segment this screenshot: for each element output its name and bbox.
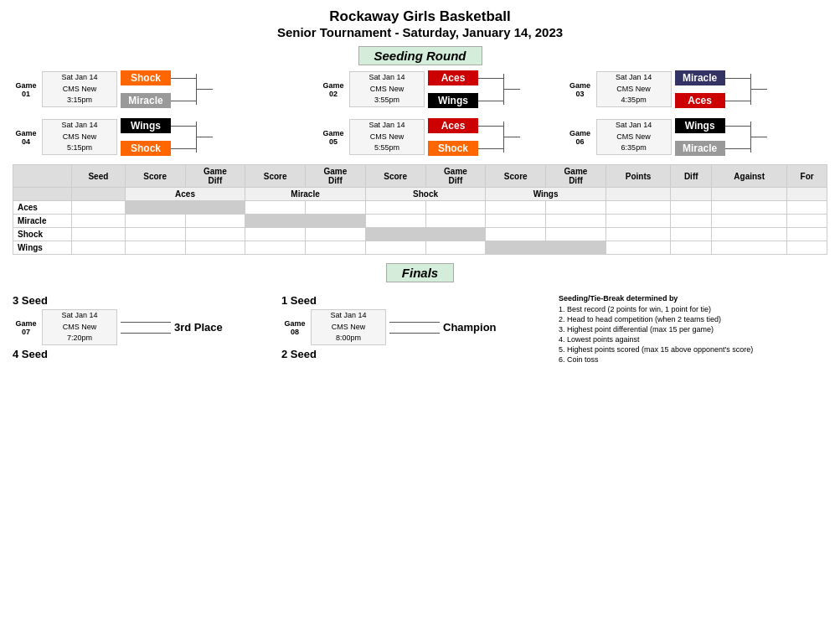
tiebreak-rule-4: 4. Lowest points against — [559, 335, 827, 344]
aces-for — [787, 201, 827, 215]
wings-against — [712, 241, 787, 255]
game-01-time: 3:15pm — [43, 95, 116, 106]
game-03-line1 — [725, 78, 750, 79]
shock-for — [787, 228, 827, 241]
shock-vs-miracle-score — [245, 228, 306, 241]
game-05-team1-badge: Aces — [428, 118, 478, 133]
wings-seed — [72, 241, 126, 255]
game08-result-label: Champion — [443, 321, 497, 334]
miracle-vs-aces-diff — [185, 215, 245, 228]
game-05-line1 — [478, 126, 503, 127]
matchup-miracle-header: Miracle — [245, 188, 366, 201]
game-label-word-02: Game — [322, 81, 343, 90]
game-01-label: Game 01 — [13, 81, 39, 98]
game07-bottom-seed: 4 Seed — [13, 348, 281, 360]
bracket-group-right: Game 03 Sat Jan 14 CMS New 4:35pm Miracl… — [567, 70, 827, 158]
game-label-word-06: Game — [569, 129, 590, 137]
wings-vs-wings-diff — [546, 241, 606, 255]
shock-seed — [72, 228, 126, 241]
game-07-date: Sat Jan 14 — [43, 310, 116, 322]
title-line2: Senior Tournament - Saturday, January 14… — [13, 25, 827, 39]
wings-vs-shock-diff — [425, 241, 486, 255]
shock-points — [606, 228, 670, 241]
wings-vs-miracle-diff — [306, 241, 366, 255]
matchup-aces-header: Aces — [125, 188, 245, 201]
game08-bottom-seed: 2 Seed — [281, 348, 550, 360]
game08-top-seed: 1 Seed — [281, 294, 550, 307]
header-gamediff3: GameDiff — [425, 165, 486, 188]
finals-game08-section: 1 Seed Game 08 Sat Jan 14 CMS New 8:00pm — [281, 294, 550, 365]
aces-points — [606, 201, 670, 215]
game-01-line2 — [171, 101, 196, 101]
game-06-team1-badge: Wings — [675, 118, 725, 133]
game-07-venue: CMS New — [43, 322, 116, 334]
matchup-header-row: Aces Miracle Shock Wings — [13, 188, 827, 201]
finals-area: Finals 3 Seed Game 07 Sat Jan 14 CMS New… — [13, 263, 827, 365]
game-05-venue: CMS New — [350, 132, 424, 143]
game-05-num: 05 — [329, 137, 338, 146]
game-02-team1-badge: Aces — [428, 70, 478, 85]
header-for: For — [787, 165, 827, 188]
matchup-blank1 — [13, 188, 72, 201]
header-team — [13, 165, 72, 188]
seeding-label-wrap: Seeding Round — [13, 46, 827, 70]
game-04-info: Sat Jan 14 CMS New 5:15pm — [42, 119, 117, 155]
game-06-line2 — [725, 148, 750, 149]
game-05-label: Game 05 — [320, 129, 347, 146]
game-01-info: Sat Jan 14 CMS New 3:15pm — [42, 71, 117, 107]
shock-vs-wings-score — [486, 228, 546, 241]
miracle-vs-miracle-diff — [306, 215, 366, 228]
game-label-word-08: Game — [284, 319, 305, 328]
game-02-team2-badge: Wings — [428, 93, 478, 108]
matchup-blank3 — [606, 188, 670, 201]
header-diff: Diff — [671, 165, 712, 188]
game-06-info: Sat Jan 14 CMS New 6:35pm — [596, 119, 672, 155]
miracle-vs-shock-diff — [425, 215, 486, 228]
miracle-vs-wings-diff — [546, 215, 606, 228]
miracle-vs-aces-score — [125, 215, 185, 228]
game-05-info: Sat Jan 14 CMS New 5:55pm — [349, 119, 425, 155]
game-02-line2 — [478, 101, 503, 101]
aces-diff — [671, 201, 712, 215]
miracle-points — [606, 215, 670, 228]
page: Rockaway Girls Basketball Senior Tournam… — [0, 0, 840, 374]
game-03-info: Sat Jan 14 CMS New 4:35pm — [596, 71, 672, 107]
game-07-num: 07 — [22, 328, 30, 336]
wings-vs-miracle-score — [245, 241, 306, 255]
row-shock: Shock — [13, 228, 827, 241]
header-score2: Score — [245, 165, 306, 188]
game-03-num: 03 — [576, 90, 585, 98]
game-08-num: 08 — [291, 328, 299, 336]
game-04-venue: CMS New — [43, 132, 116, 143]
game07-result-label: 3rd Place — [174, 321, 223, 334]
game-07-label: Game 07 — [13, 319, 39, 336]
game-05-team2-badge: Shock — [428, 141, 478, 156]
game-06-date: Sat Jan 14 — [597, 120, 671, 132]
aces-vs-wings-diff — [546, 201, 606, 215]
game-08-time: 8:00pm — [312, 333, 385, 344]
wings-points — [606, 241, 670, 255]
game-05-time: 5:55pm — [350, 142, 424, 154]
aces-seed — [72, 201, 126, 215]
game-01-line1 — [171, 78, 196, 79]
game-04-line2 — [171, 148, 196, 149]
wings-vs-wings-score — [486, 241, 546, 255]
title-line1: Rockaway Girls Basketball — [13, 8, 827, 25]
game-08-info: Sat Jan 14 CMS New 8:00pm — [311, 309, 386, 345]
aces-name: Aces — [13, 201, 72, 215]
wings-for — [787, 241, 827, 255]
shock-vs-miracle-diff — [306, 228, 366, 241]
matchup-blank6 — [787, 188, 827, 201]
bracket-group-center: Game 02 Sat Jan 14 CMS New 3:55pm Aces W… — [290, 70, 550, 158]
header-score3: Score — [365, 165, 425, 188]
game-02-venue: CMS New — [350, 84, 424, 96]
seeding-round-label: Seeding Round — [358, 46, 482, 65]
game-03-label: Game 03 — [567, 81, 594, 98]
shock-vs-aces-score — [125, 228, 185, 241]
finals-label-wrap: Finals — [13, 263, 827, 287]
miracle-vs-shock-score — [365, 215, 425, 228]
miracle-diff — [671, 215, 712, 228]
miracle-vs-wings-score — [486, 215, 546, 228]
tiebreak-rule-6: 6. Coin toss — [559, 355, 827, 364]
game-03-team1-badge: Miracle — [675, 70, 725, 85]
